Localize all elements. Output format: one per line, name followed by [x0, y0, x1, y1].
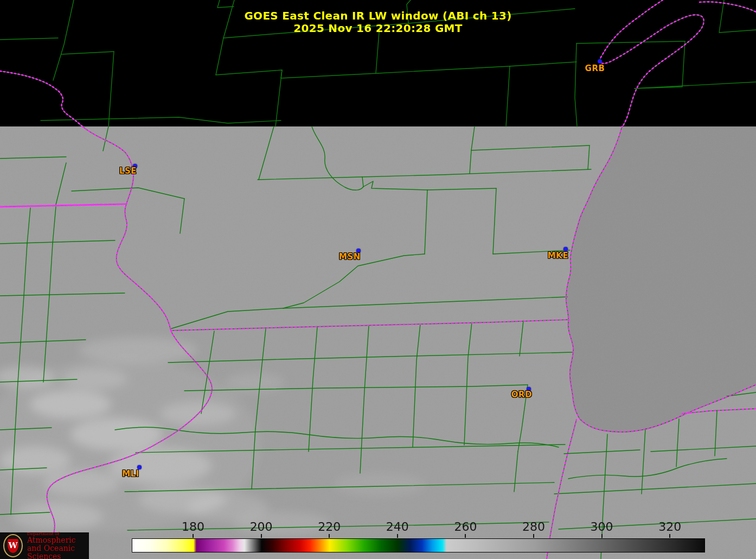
uw-aos-logo: W Department of Atmospheric and Oceanic …	[0, 532, 89, 559]
colorbar-tick-label: 280	[522, 520, 545, 533]
colorbar: 180200220240260280300320	[132, 520, 704, 554]
colorbar-tick-label: 300	[591, 520, 613, 533]
title-line-1: GOES East Clean IR LW window (ABI ch 13)	[0, 10, 756, 22]
colorbar-tick-mark	[329, 534, 330, 538]
satellite-map	[0, 0, 756, 559]
logo-name-line-1: Atmospheric	[27, 536, 89, 544]
colorbar-tick-mark	[465, 534, 466, 538]
station-label-grb: GRB	[585, 63, 605, 73]
uw-shield: W	[8, 539, 18, 553]
logo-text: Department of Atmospheric and Oceanic Sc…	[27, 531, 89, 559]
uw-monogram: W	[9, 542, 18, 550]
colorbar-tick-mark	[193, 534, 194, 538]
colorbar-tick-mark	[397, 534, 398, 538]
station-label-ord: ORD	[511, 390, 532, 399]
station-label-msn: MSN	[339, 252, 361, 262]
station-label-mli: MLI	[122, 469, 139, 479]
colorbar-tick-mark	[669, 534, 670, 538]
station-label-mke: MKE	[548, 251, 568, 261]
station-dot-grb	[598, 59, 602, 63]
satellite-viewer: GOES East Clean IR LW window (ABI ch 13)…	[0, 0, 756, 559]
colorbar-tick-label: 200	[250, 520, 273, 533]
colorbar-tick-label: 220	[318, 520, 341, 533]
colorbar-tick-label: 180	[182, 520, 204, 533]
title-line-2: 2025 Nov 16 22:20:28 GMT	[0, 22, 756, 35]
product-title: GOES East Clean IR LW window (ABI ch 13)…	[0, 10, 756, 35]
logo-name-line-2: and Oceanic Sciences	[27, 544, 89, 559]
colorbar-tick-label: 260	[454, 520, 477, 533]
uw-crest-icon: W	[3, 534, 23, 557]
colorbar-tick-label: 240	[386, 520, 409, 533]
station-label-lse: LSE	[119, 166, 137, 176]
colorbar-gradient	[132, 538, 705, 552]
colorbar-tick-mark	[601, 534, 603, 538]
colorbar-tick-mark	[533, 534, 534, 538]
colorbar-tick-mark	[261, 534, 262, 538]
colorbar-tick-label: 320	[658, 520, 681, 533]
